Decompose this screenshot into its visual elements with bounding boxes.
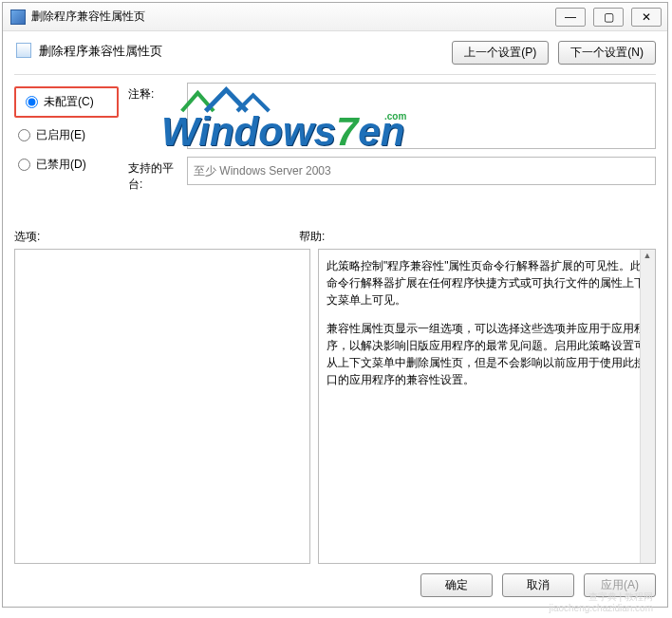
comment-textarea[interactable]: [187, 83, 656, 149]
radio-not-configured[interactable]: 未配置(C): [22, 92, 111, 112]
maximize-button[interactable]: ▢: [593, 8, 624, 27]
policy-icon: [16, 43, 31, 58]
radio-not-configured-input[interactable]: [26, 96, 38, 108]
help-paragraph-2: 兼容性属性页显示一组选项，可以选择这些选项并应用于应用程序，以解决影响旧版应用程…: [327, 320, 647, 388]
help-panel: 此策略控制"程序兼容性"属性页命令行解释器扩展的可见性。此命令行解释器扩展在任何…: [318, 249, 656, 564]
app-icon: [10, 9, 26, 25]
apply-button[interactable]: 应用(A): [584, 573, 656, 597]
radio-enabled-label: 已启用(E): [36, 127, 85, 143]
window-title: 删除程序兼容性属性页: [31, 9, 145, 25]
options-panel: [14, 249, 310, 564]
minimize-button[interactable]: —: [555, 8, 586, 27]
radio-enabled-input[interactable]: [18, 129, 30, 141]
radio-disabled-input[interactable]: [18, 159, 30, 171]
scrollbar[interactable]: ▲: [640, 250, 655, 563]
platform-value-box: 至少 Windows Server 2003: [187, 157, 656, 185]
help-label: 帮助:: [299, 229, 325, 245]
options-label: 选项:: [14, 229, 299, 245]
scroll-up-icon[interactable]: ▲: [641, 250, 654, 263]
radio-enabled[interactable]: 已启用(E): [14, 125, 119, 145]
next-setting-button[interactable]: 下一个设置(N): [558, 41, 656, 65]
radio-disabled[interactable]: 已禁用(D): [14, 155, 119, 175]
close-button[interactable]: ✕: [631, 8, 662, 27]
highlight-box: 未配置(C): [14, 86, 119, 118]
radio-disabled-label: 已禁用(D): [36, 157, 86, 173]
ok-button[interactable]: 确定: [420, 573, 493, 597]
platform-value: 至少 Windows Server 2003: [194, 163, 331, 179]
radio-not-configured-label: 未配置(C): [44, 94, 94, 110]
titlebar: 删除程序兼容性属性页 — ▢ ✕: [3, 3, 667, 31]
prev-setting-button[interactable]: 上一个设置(P): [452, 41, 549, 65]
divider: [14, 74, 656, 75]
platform-label: 支持的平台:: [128, 157, 187, 193]
cancel-button[interactable]: 取消: [502, 573, 574, 597]
page-title: 删除程序兼容性属性页: [39, 41, 162, 60]
comment-label: 注释:: [128, 83, 187, 149]
help-paragraph-1: 此策略控制"程序兼容性"属性页命令行解释器扩展的可见性。此命令行解释器扩展在任何…: [327, 257, 647, 309]
